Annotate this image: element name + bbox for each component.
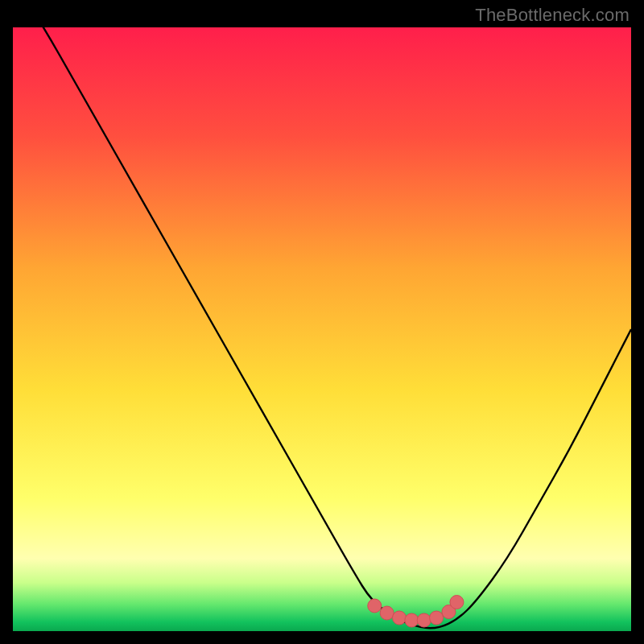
optimal-marker-dot [405, 613, 419, 627]
optimal-marker-dot [393, 611, 407, 625]
bottleneck-chart [13, 27, 631, 631]
optimal-marker-dot [430, 611, 444, 625]
chart-frame [13, 27, 631, 631]
watermark-text: TheBottleneck.com [475, 5, 630, 26]
optimal-marker-dot [368, 599, 382, 613]
optimal-marker-dot [380, 606, 394, 620]
gradient-background [13, 27, 631, 631]
optimal-marker-dot [417, 613, 431, 627]
optimal-marker-dot [450, 596, 464, 609]
